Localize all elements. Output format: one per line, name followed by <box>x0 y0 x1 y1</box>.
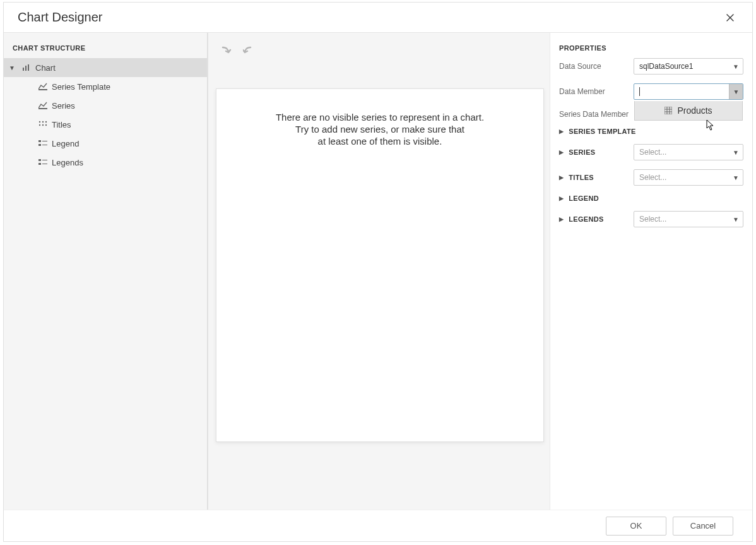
tree-node-legend[interactable]: Legend <box>4 134 207 153</box>
chevron-right-icon: ▶ <box>559 149 564 155</box>
preview-toolbar <box>218 43 257 58</box>
chart-structure-panel: CHART STRUCTURE ▼ Chart Series Template <box>4 33 208 510</box>
chevron-down-icon: ▼ <box>729 59 743 74</box>
section-series-template[interactable]: ▶ SERIES TEMPLATE <box>559 128 743 135</box>
chart-structure-header: CHART STRUCTURE <box>4 33 207 58</box>
empty-msg-line2: Try to add new series, or make sure that <box>276 124 484 136</box>
svg-rect-19 <box>664 107 672 114</box>
legends-icon <box>38 158 48 167</box>
data-member-select[interactable]: ▼ Products <box>634 83 743 100</box>
tree-node-label: Series Template <box>52 82 110 92</box>
section-titles[interactable]: ▶ TITLES <box>559 174 634 181</box>
data-source-value: sqlDataSource1 <box>639 62 693 71</box>
svg-rect-15 <box>38 159 41 161</box>
text-caret <box>639 87 640 96</box>
section-row-titles: ▶ TITLES Select... ▼ <box>559 169 743 186</box>
tree-node-label: Chart <box>35 63 56 73</box>
titles-icon <box>38 120 48 129</box>
cancel-button[interactable]: Cancel <box>673 517 733 536</box>
svg-rect-13 <box>38 144 41 146</box>
dropdown-item-products[interactable]: Products <box>635 101 742 120</box>
svg-rect-3 <box>38 89 47 90</box>
properties-header: PROPERTIES <box>550 33 752 58</box>
table-icon <box>664 107 672 114</box>
svg-rect-4 <box>38 108 47 109</box>
tree-node-label: Titles <box>52 120 71 129</box>
data-member-label: Data Member <box>559 87 634 96</box>
series-select[interactable]: Select... ▼ <box>634 144 743 160</box>
tree-node-label: Legends <box>52 158 83 167</box>
section-row-legends: ▶ LEGENDS Select... ▼ <box>559 211 743 227</box>
titlebar: Chart Designer <box>4 3 752 33</box>
chevron-right-icon: ▶ <box>559 216 564 222</box>
legends-placeholder: Select... <box>639 215 666 224</box>
undo-button[interactable] <box>218 43 233 58</box>
svg-rect-2 <box>28 64 29 71</box>
chart-root-icon <box>21 63 32 72</box>
section-series[interactable]: ▶ SERIES <box>559 148 634 156</box>
chevron-down-icon: ▼ <box>729 84 743 99</box>
tree-node-label: Legend <box>52 139 79 148</box>
svg-rect-12 <box>42 141 47 141</box>
series-icon <box>38 101 48 110</box>
data-source-label: Data Source <box>559 62 634 71</box>
svg-point-10 <box>45 124 47 126</box>
tree-root-chart[interactable]: ▼ Chart <box>4 58 207 77</box>
chevron-down-icon: ▼ <box>729 145 743 160</box>
svg-rect-16 <box>42 160 47 160</box>
preview-panel: There are no visible series to represent… <box>208 33 550 510</box>
section-legends[interactable]: ▶ LEGENDS <box>559 215 634 223</box>
structure-tree: ▼ Chart Series Template Serie <box>4 58 207 172</box>
close-button[interactable] <box>722 9 738 26</box>
empty-chart-message: There are no visible series to represent… <box>276 112 484 147</box>
tree-node-series-template[interactable]: Series Template <box>4 77 207 96</box>
section-legend[interactable]: ▶ LEGEND <box>559 195 743 202</box>
chevron-down-icon: ▼ <box>729 170 743 185</box>
properties-panel: PROPERTIES Data Source sqlDataSource1 ▼ … <box>550 33 752 510</box>
data-member-dropdown: Products <box>634 101 743 121</box>
legend-icon <box>38 139 48 148</box>
titles-placeholder: Select... <box>639 173 666 182</box>
tree-node-titles[interactable]: Titles <box>4 115 207 134</box>
svg-rect-18 <box>42 164 47 164</box>
series-template-icon <box>38 82 48 91</box>
dialog-title: Chart Designer <box>18 10 103 25</box>
chevron-down-icon: ▼ <box>8 64 16 71</box>
dropdown-item-label: Products <box>677 105 712 116</box>
properties-body: Data Source sqlDataSource1 ▼ Data Member… <box>550 58 752 510</box>
data-source-select[interactable]: sqlDataSource1 ▼ <box>634 58 743 75</box>
chevron-right-icon: ▶ <box>559 195 564 201</box>
empty-msg-line3: at least one of them is visible. <box>276 136 484 148</box>
section-label: SERIES TEMPLATE <box>569 128 635 135</box>
chevron-right-icon: ▶ <box>559 174 564 181</box>
chart-designer-dialog: Chart Designer CHART STRUCTURE ▼ Chart <box>3 2 753 542</box>
svg-rect-17 <box>38 163 41 165</box>
chevron-right-icon: ▶ <box>559 128 564 135</box>
prop-row-data-member: Data Member ▼ Products <box>559 83 743 100</box>
series-data-member-label: Series Data Member <box>559 110 634 119</box>
svg-rect-14 <box>42 145 47 145</box>
section-label: LEGEND <box>569 195 599 202</box>
redo-button[interactable] <box>242 43 257 58</box>
tree-node-series[interactable]: Series <box>4 96 207 115</box>
section-label: LEGENDS <box>569 215 603 223</box>
svg-point-5 <box>39 121 40 123</box>
section-label: TITLES <box>569 174 594 181</box>
prop-row-data-source: Data Source sqlDataSource1 ▼ <box>559 58 743 75</box>
dialog-footer: OK Cancel <box>4 510 752 541</box>
dialog-body: CHART STRUCTURE ▼ Chart Series Template <box>4 33 752 510</box>
titles-select[interactable]: Select... ▼ <box>634 169 743 186</box>
svg-rect-11 <box>38 140 41 142</box>
legends-select[interactable]: Select... ▼ <box>634 211 743 227</box>
empty-msg-line1: There are no visible series to represent… <box>276 112 484 124</box>
svg-point-7 <box>45 121 47 123</box>
svg-rect-0 <box>23 68 24 71</box>
svg-point-8 <box>39 124 40 126</box>
svg-point-9 <box>42 124 44 126</box>
tree-node-label: Series <box>52 101 75 111</box>
ok-button[interactable]: OK <box>606 517 666 536</box>
tree-node-legends[interactable]: Legends <box>4 153 207 172</box>
svg-rect-1 <box>25 66 27 71</box>
svg-point-6 <box>42 121 44 123</box>
section-row-series: ▶ SERIES Select... ▼ <box>559 144 743 160</box>
